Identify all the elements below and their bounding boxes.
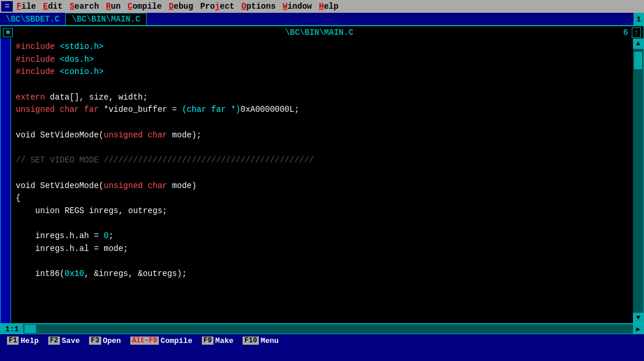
- fkey-f3-num: F3: [89, 337, 101, 345]
- fkey-f10[interactable]: F10 Menu: [238, 337, 283, 345]
- fkey-f9[interactable]: F9 Make: [197, 337, 239, 345]
- menu-project[interactable]: Project: [197, 1, 238, 12]
- window-number: 6: [623, 28, 628, 37]
- code-line-1: #include <stdio.h>: [16, 41, 628, 54]
- code-line-7: [16, 116, 628, 129]
- fkey-altf9-num: Alt-F9: [130, 337, 159, 345]
- fkey-f9-num: F9: [202, 337, 214, 345]
- scroll-up-arrow[interactable]: ▲: [633, 38, 643, 49]
- code-line-9: [16, 142, 628, 155]
- menu-edit[interactable]: Edit: [40, 1, 66, 12]
- window-title-right: 6 ↑: [623, 27, 641, 38]
- fkey-f9-label: Make: [215, 337, 233, 345]
- code-line-14: union REGS inregs, outregs;: [16, 205, 628, 218]
- fkey-f10-label: Menu: [261, 337, 279, 345]
- cursor-position: 1:1: [1, 325, 23, 334]
- tab-bar: \BC\SBDET.C \BC\BIN\MAIN.C 1: [0, 13, 644, 26]
- tab-sbdet[interactable]: \BC\SBDET.C: [0, 13, 65, 25]
- code-line-17: inregs.h.al = mode;: [16, 243, 628, 256]
- code-line-19: int86(0x10, &inregs, &outregs);: [16, 268, 628, 281]
- scroll-right-arrow[interactable]: ▶: [633, 324, 643, 334]
- fkey-f10-num: F10: [243, 337, 259, 345]
- fkey-f1[interactable]: F1 Help: [2, 337, 44, 345]
- vertical-scrollbar: ▲ ▼: [633, 38, 643, 323]
- fkey-f2-label: Save: [62, 337, 80, 345]
- menu-compile[interactable]: Compile: [124, 1, 165, 12]
- scroll-track-v[interactable]: [633, 49, 643, 313]
- menu-help[interactable]: Help: [315, 1, 342, 12]
- fkey-altf9[interactable]: Alt-F9 Compile: [126, 337, 197, 345]
- editor-area: #include <stdio.h> #include <dos.h> #inc…: [0, 38, 644, 324]
- code-line-13: {: [16, 192, 628, 205]
- tab-main[interactable]: \BC\BIN\MAIN.C: [65, 13, 147, 25]
- fkey-altf9-label: Compile: [161, 337, 193, 345]
- fkey-f2[interactable]: F2 Save: [44, 337, 85, 345]
- code-line-3: #include <conio.h>: [16, 66, 628, 79]
- window-up-arrow[interactable]: ↑: [632, 27, 641, 38]
- code-line-18: [16, 256, 628, 268]
- horizontal-scrollbar[interactable]: [23, 324, 633, 334]
- code-line-15: [16, 218, 628, 231]
- fkey-f3[interactable]: F3 Open: [84, 337, 126, 345]
- code-editor[interactable]: #include <stdio.h> #include <dos.h> #inc…: [11, 38, 633, 323]
- code-line-2: #include <dos.h>: [16, 54, 628, 66]
- code-line-6: unsigned char far *video_buffer = (char …: [16, 104, 628, 116]
- scroll-thumb-h[interactable]: [24, 325, 36, 333]
- menu-debug[interactable]: Debug: [165, 1, 197, 12]
- status-bar: 1:1 ▶: [0, 324, 644, 334]
- code-line-5: extern data[], size, width;: [16, 91, 628, 104]
- tab-scroll-right[interactable]: 1: [634, 13, 644, 26]
- fkey-f3-label: Open: [103, 337, 121, 345]
- menu-run[interactable]: Run: [102, 1, 124, 12]
- code-line-10: // SET VIDEO MODE //////////////////////…: [16, 154, 628, 167]
- window-title-bar: ■ \BC\BIN\MAIN.C 6 ↑: [0, 26, 644, 38]
- menu-search[interactable]: Search: [66, 1, 102, 12]
- code-line-12: void SetVideoMode(unsigned char mode): [16, 180, 628, 193]
- fkey-f2-num: F2: [48, 337, 60, 345]
- scroll-thumb-v[interactable]: [634, 52, 642, 69]
- menu-options[interactable]: Options: [238, 1, 279, 12]
- code-line-11: [16, 167, 628, 180]
- fkey-f1-num: F1: [7, 337, 19, 345]
- menu-window[interactable]: Window: [279, 1, 315, 12]
- menu-bar: = File Edit Search Run Compile Debug Pro…: [0, 0, 644, 13]
- window-title: \BC\BIN\MAIN.C: [15, 28, 623, 37]
- system-menu[interactable]: =: [1, 1, 13, 12]
- code-line-8: void SetVideoMode(unsigned char mode);: [16, 129, 628, 142]
- code-line-4: [16, 79, 628, 91]
- left-gutter: [1, 38, 11, 323]
- menu-file[interactable]: File: [13, 1, 40, 12]
- window-control[interactable]: ■: [3, 28, 13, 37]
- code-line-16: inregs.h.ah = 0;: [16, 230, 628, 243]
- editor-container: ■ \BC\BIN\MAIN.C 6 ↑ #include <stdio.h> …: [0, 26, 644, 334]
- scroll-down-arrow[interactable]: ▼: [633, 313, 643, 323]
- fkey-f1-label: Help: [20, 337, 38, 345]
- fkey-bar: F1 Help F2 Save F3 Open Alt-F9 Compile F…: [0, 334, 644, 347]
